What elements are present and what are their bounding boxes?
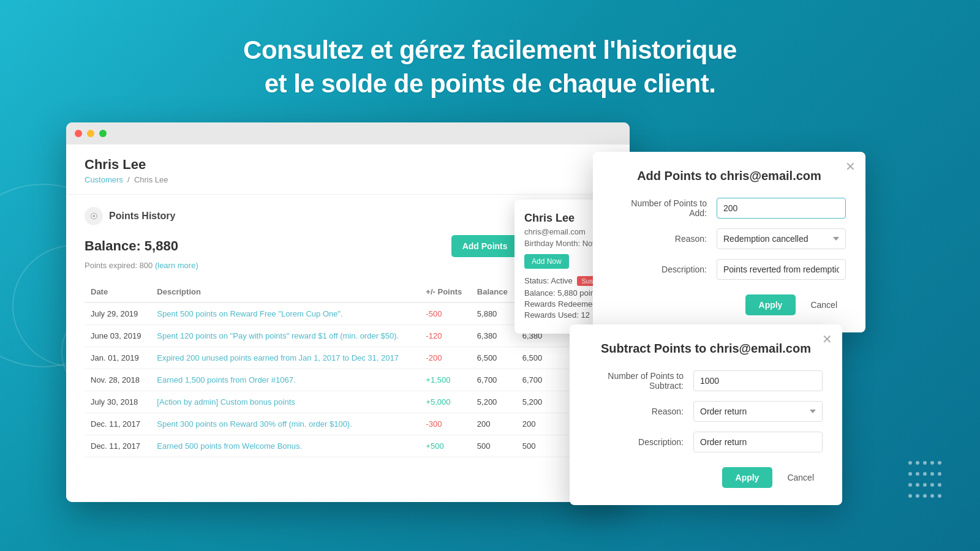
- table-row: Nov. 28, 2018 Earned 1,500 points from O…: [85, 369, 611, 391]
- add-description-input[interactable]: [717, 259, 846, 280]
- maximize-button[interactable]: [99, 130, 107, 137]
- close-button[interactable]: [75, 130, 82, 137]
- add-description-label: Description:: [612, 264, 717, 274]
- add-now-button[interactable]: Add Now: [524, 254, 569, 269]
- add-dialog-title: Add Points to chris@email.com: [612, 169, 846, 183]
- table-row: Jan. 01, 2019 Expired 200 unused points …: [85, 347, 611, 369]
- cell-points: +500: [420, 435, 470, 457]
- cell-balance: 6,700: [471, 369, 516, 391]
- col-date: Date: [85, 281, 151, 302]
- cell-balance: 6,500: [471, 347, 516, 369]
- customer-header: Chris Lee Customers / Chris Lee: [66, 144, 630, 195]
- add-description-row: Description:: [612, 259, 846, 280]
- cell-balance: 6,380: [471, 325, 516, 347]
- subtract-description-row: Description:: [589, 432, 823, 452]
- table-row: July 30, 2018 [Action by admin] Custom b…: [85, 391, 611, 413]
- cell-points: -300: [420, 413, 470, 435]
- subtract-points-label: Number of Points to Subtract:: [589, 371, 693, 391]
- subtract-cancel-button[interactable]: Cancel: [778, 467, 823, 488]
- col-balance: Balance: [471, 281, 516, 302]
- add-points-button[interactable]: Add Points: [451, 235, 519, 257]
- balance-text: Balance: 5,880: [85, 238, 178, 254]
- add-points-dialog: ✕ Add Points to chris@email.com Number o…: [593, 152, 865, 332]
- cell-date: June 03, 2019: [85, 325, 151, 347]
- breadcrumb-parent[interactable]: Customers: [85, 175, 123, 184]
- cell-description: Spent 120 points on "Pay with points" re…: [151, 325, 420, 347]
- cell-description: [Action by admin] Custom bonus points: [151, 391, 420, 413]
- add-reason-select[interactable]: Redemption cancelled: [717, 228, 846, 249]
- cell-description: Earned 1,500 points from Order #1067.: [151, 369, 420, 391]
- cell-description: Spent 300 points on Reward 30% off (min.…: [151, 413, 420, 435]
- dots-decoration: [907, 458, 943, 502]
- subtract-description-input[interactable]: [693, 432, 823, 452]
- cell-points: +1,500: [420, 369, 470, 391]
- table-row: Dec. 11, 2017 Earned 500 points from Wel…: [85, 435, 611, 457]
- subtract-reason-label: Reason:: [589, 407, 693, 416]
- table-row: Dec. 11, 2017 Spent 300 points on Reward…: [85, 413, 611, 435]
- subtract-reason-select[interactable]: Order return: [693, 401, 823, 422]
- cell-date: Jan. 01, 2019: [85, 347, 151, 369]
- cell-description: Expired 200 unused points earned from Ja…: [151, 347, 420, 369]
- subtract-dialog-close[interactable]: ✕: [822, 332, 832, 347]
- cell-date: July 29, 2019: [85, 302, 151, 325]
- add-points-row: Number of Points to Add:: [612, 198, 846, 219]
- section-title: Points History: [109, 211, 175, 222]
- cell-description: Earned 500 points from Welcome Bonus.: [151, 435, 420, 457]
- add-reason-label: Reason:: [612, 234, 717, 244]
- subtract-reason-row: Reason: Order return: [589, 401, 823, 422]
- cell-balance: 500: [471, 435, 516, 457]
- subtract-description-label: Description:: [589, 437, 693, 447]
- breadcrumb: Customers / Chris Lee: [85, 175, 611, 184]
- cell-points: +5,000: [420, 391, 470, 413]
- cell-balance: 5,200: [471, 391, 516, 413]
- col-description: Description: [151, 281, 420, 302]
- subtract-points-row: Number of Points to Subtract:: [589, 370, 823, 391]
- cell-date: Dec. 11, 2017: [85, 413, 151, 435]
- window-titlebar: [66, 122, 630, 144]
- learn-more-link[interactable]: (learn more): [155, 261, 198, 270]
- cell-description: Spent 500 points on Reward Free "Lorem C…: [151, 302, 420, 325]
- add-dialog-close[interactable]: ✕: [845, 159, 856, 174]
- cell-date: Dec. 11, 2017: [85, 435, 151, 457]
- add-points-input[interactable]: [717, 198, 846, 219]
- subtract-dialog-title: Subtract Points to chris@email.com: [589, 342, 823, 356]
- subtract-points-input[interactable]: [693, 370, 823, 391]
- cell-points: -120: [420, 325, 470, 347]
- add-cancel-button[interactable]: Cancel: [802, 294, 846, 315]
- user-icon: ☉: [85, 207, 103, 225]
- cell-points: -500: [420, 302, 470, 325]
- subtract-apply-button[interactable]: Apply: [722, 467, 773, 488]
- cell-date: Nov. 28, 2018: [85, 369, 151, 391]
- cell-points: -200: [420, 347, 470, 369]
- col-points: +/- Points: [420, 281, 470, 302]
- add-points-label: Number of Points to Add:: [612, 198, 717, 218]
- breadcrumb-current: Chris Lee: [134, 175, 168, 184]
- add-dialog-footer: Apply Cancel: [612, 294, 846, 315]
- subtract-dialog-footer: Apply Cancel: [589, 467, 823, 488]
- add-reason-row: Reason: Redemption cancelled: [612, 228, 846, 249]
- add-apply-button[interactable]: Apply: [745, 294, 796, 315]
- subtract-points-dialog: ✕ Subtract Points to chris@email.com Num…: [570, 324, 842, 505]
- cell-balance: 5,880: [471, 302, 516, 325]
- cell-balance: 200: [471, 413, 516, 435]
- customer-name-title: Chris Lee: [85, 157, 611, 173]
- cell-date: July 30, 2018: [85, 391, 151, 413]
- minimize-button[interactable]: [87, 130, 94, 137]
- headline: Consultez et gérez facilement l'historiq…: [0, 0, 980, 100]
